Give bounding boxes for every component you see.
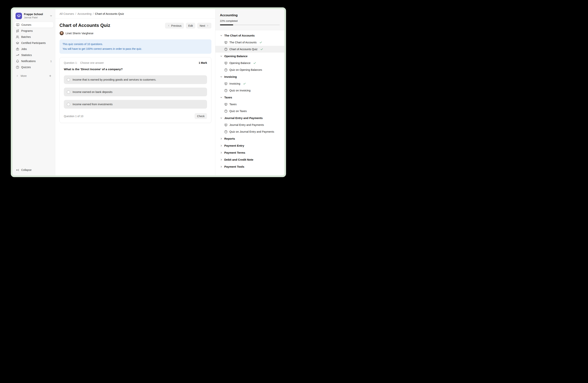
more-label: More [21, 74, 27, 77]
sidebar-item-certified-participants[interactable]: Certified Participants [14, 40, 54, 46]
outline-item-label: Quiz on Invoicing [230, 89, 251, 92]
window-frame: Frappe School Jannat Patel CoursesProgra… [11, 7, 286, 177]
quiz-option-label: Income earned from investments [73, 103, 112, 106]
course-outline-tree: The Chart of AccountsThe Chart of Accoun… [215, 30, 284, 170]
completed-check-icon [253, 62, 256, 64]
outline-item-chart-of-accounts-quiz[interactable]: Chart of Accounts Quiz [215, 46, 284, 53]
breadcrumb-separator: / [75, 12, 76, 15]
sidebar-item-label: Batches [21, 35, 31, 38]
outline-item-quiz-on-opening-balances[interactable]: Quiz on Opening Balances [215, 66, 284, 73]
collapse-sidebar-button[interactable]: Collapse [14, 167, 54, 173]
quiz-option-2[interactable]: Income earned on bank deposits [64, 88, 207, 96]
sidebar-item-label: Notifications [21, 60, 36, 63]
lesson-video-icon [224, 41, 228, 44]
radio-button[interactable] [67, 78, 70, 81]
sidebar-item-label: Programs [21, 29, 33, 32]
sidebar-item-programs[interactable]: Programs [14, 28, 54, 34]
outline-item-label: Taxes [230, 103, 237, 106]
outline-item-the-chart-of-accounts[interactable]: The Chart of Accounts [215, 39, 284, 46]
quiz-option-label: Income that is earned by providing goods… [73, 78, 156, 81]
breadcrumb: All Courses / Accounting / Chart of Acco… [55, 9, 215, 19]
chevron-right-icon [220, 137, 223, 140]
outline-section-the-chart-of-accounts[interactable]: The Chart of Accounts [215, 32, 284, 39]
breadcrumb-all-courses[interactable]: All Courses [60, 12, 74, 15]
outline-section-invoicing[interactable]: Invoicing [215, 73, 284, 80]
quiz-option-1[interactable]: Income that is earned by providing goods… [64, 75, 207, 84]
radio-button[interactable] [67, 103, 70, 106]
author-row: Linet Sherin Varghese [60, 31, 211, 35]
book-icon [16, 23, 19, 26]
outline-item-journal-entry-and-payments[interactable]: Journal Entry and Payments [215, 121, 284, 128]
completed-check-icon [260, 48, 263, 51]
completed-check-icon [259, 41, 262, 44]
outline-item-invoicing[interactable]: Invoicing [215, 80, 284, 87]
sidebar-item-notifications[interactable]: Notifications1 [14, 58, 54, 64]
trend-icon [16, 54, 19, 57]
outline-item-opening-balance[interactable]: Opening Balance [215, 60, 284, 66]
sidebar-nav: CoursesProgramsBatchesCertified Particip… [14, 22, 54, 70]
outline-section-reports[interactable]: Reports [215, 135, 284, 142]
lesson-video-icon [224, 61, 228, 65]
course-outline-header: Accounting 22% completed [215, 9, 284, 30]
workspace-switcher[interactable]: Frappe School Jannat Patel [14, 11, 54, 22]
breadcrumb-current: Chart of Accounts Quiz [95, 12, 124, 15]
outline-section-label: Debit and Credit Note [224, 158, 253, 161]
outline-item-taxes[interactable]: Taxes [215, 101, 284, 108]
radio-button[interactable] [67, 91, 70, 94]
course-outline-panel: Accounting 22% completed The Chart of Ac… [215, 9, 284, 175]
chevron-down-icon [220, 34, 223, 37]
course-progress-fill [220, 24, 233, 25]
check-button[interactable]: Check [194, 113, 207, 119]
outline-section-label: Reports [224, 137, 235, 140]
outline-item-quiz-on-journal-entry-and-payments[interactable]: Quiz on Journal Entry and Payments [215, 128, 284, 135]
workspace-title: Frappe School [24, 13, 43, 16]
outline-item-quiz-on-taxes[interactable]: Quiz on Taxes [215, 108, 284, 115]
chevron-right-icon [220, 158, 223, 161]
course-title: Accounting [220, 13, 280, 17]
outline-item-label: Opening Balance [230, 61, 251, 64]
outline-item-label: Journal Entry and Payments [230, 123, 264, 126]
users-icon [16, 35, 19, 38]
grad-icon [16, 41, 19, 45]
edit-button[interactable]: Edit [186, 23, 195, 29]
outline-section-payment-entry[interactable]: Payment Entry [215, 142, 284, 149]
sidebar-item-statistics[interactable]: Statistics [14, 52, 54, 58]
outline-section-opening-balance[interactable]: Opening Balance [215, 53, 284, 60]
question-instruction: Choose one answer [80, 61, 104, 64]
outline-section-debit-and-credit-note[interactable]: Debit and Credit Note [215, 156, 284, 163]
sidebar-item-batches[interactable]: Batches [14, 34, 54, 40]
breadcrumb-course[interactable]: Accounting [78, 12, 91, 15]
briefcase-icon [16, 47, 19, 51]
question-progress: Question 1 of 10 [64, 115, 83, 118]
lesson-video-icon [224, 103, 228, 106]
author-name: Linet Sherin Varghese [65, 32, 93, 35]
outline-item-quiz-on-invoicing[interactable]: Quiz on Invoicing [215, 87, 284, 94]
sidebar-item-quizzes[interactable]: Quizzes [14, 64, 54, 70]
lesson-video-icon [224, 82, 228, 85]
sidebar-item-courses[interactable]: Courses [14, 22, 54, 28]
chevron-right-icon [16, 75, 19, 77]
outline-item-label: Chart of Accounts Quiz [230, 48, 257, 51]
outline-section-label: Journal Entry and Payments [224, 116, 263, 120]
app-window: Frappe School Jannat Patel CoursesProgra… [13, 9, 284, 175]
previous-button[interactable]: Previous [165, 23, 184, 29]
sidebar-item-label: Jobs [21, 47, 27, 51]
quiz-question-icon [224, 130, 228, 134]
outline-section-taxes[interactable]: Taxes [215, 94, 284, 101]
outline-section-journal-entry-and-payments[interactable]: Journal Entry and Payments [215, 115, 284, 121]
help-icon [16, 66, 19, 69]
outline-section-payment-tools[interactable]: Payment Tools [215, 163, 284, 170]
outline-section-label: Taxes [224, 96, 232, 99]
next-button[interactable]: Next [197, 23, 211, 29]
quiz-option-3[interactable]: Income earned from investments [64, 100, 207, 109]
outline-section-label: Payment Entry [224, 144, 244, 147]
chevron-down-icon[interactable] [50, 14, 52, 17]
notification-count-badge: 1 [50, 60, 52, 63]
outline-section-payment-terms[interactable]: Payment Terms [215, 149, 284, 156]
plus-icon[interactable] [49, 74, 52, 77]
chevron-down-icon [220, 117, 223, 119]
sidebar-item-jobs[interactable]: Jobs [14, 46, 54, 52]
quiz-option-label: Income earned on bank deposits [73, 91, 112, 94]
sidebar-item-more[interactable]: More [14, 73, 54, 79]
graduation-cap-icon [17, 14, 21, 18]
